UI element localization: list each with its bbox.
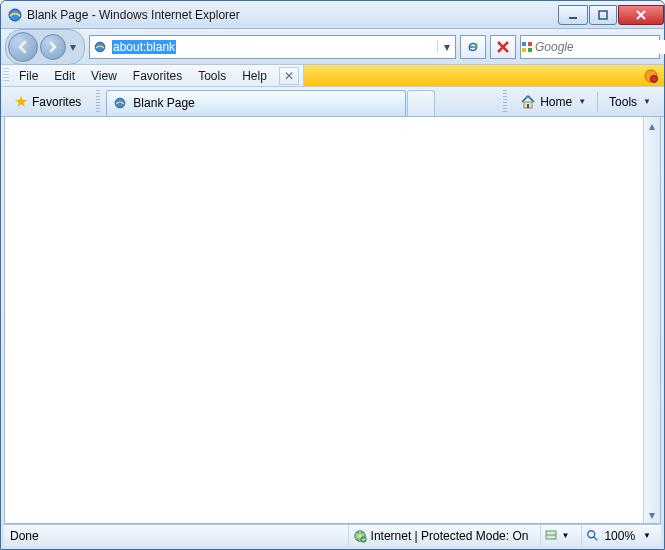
scroll-up-button[interactable]: ▴ (644, 117, 660, 134)
svg-rect-7 (528, 48, 532, 52)
scroll-down-button[interactable]: ▾ (644, 506, 660, 523)
address-bar[interactable]: about:blank ▾ (89, 35, 456, 59)
menu-favorites[interactable]: Favorites (125, 65, 190, 86)
chevron-down-icon: ▼ (561, 531, 569, 540)
menubar-grip[interactable] (3, 68, 9, 83)
close-toolbar-button[interactable]: ✕ (279, 67, 299, 85)
navigation-bar: ▾ about:blank ▾ ▾ (1, 29, 664, 65)
menu-edit[interactable]: Edit (46, 65, 83, 86)
menu-view[interactable]: View (83, 65, 125, 86)
alert-icon (644, 69, 658, 83)
globe-icon (353, 529, 367, 543)
menu-file[interactable]: File (11, 65, 46, 86)
svg-rect-4 (522, 42, 526, 46)
status-bar: Done Internet | Protected Mode: On ▼ 100… (4, 524, 661, 546)
back-button[interactable] (8, 32, 38, 62)
zone-text: Internet | Protected Mode: On (371, 529, 529, 543)
page-viewport[interactable] (5, 117, 643, 523)
window-frame: Blank Page - Windows Internet Explorer ▾… (0, 0, 665, 550)
window-title: Blank Page - Windows Internet Explorer (27, 8, 558, 22)
search-box[interactable]: ▾ (520, 35, 660, 59)
ie-icon (7, 7, 23, 23)
menu-tools[interactable]: Tools (190, 65, 234, 86)
separator (503, 90, 507, 114)
svg-rect-6 (522, 48, 526, 52)
refresh-button[interactable] (460, 35, 486, 59)
zoom-level: 100% (604, 529, 635, 543)
search-input[interactable] (533, 40, 665, 54)
nav-back-forward-group: ▾ (5, 29, 85, 65)
home-label: Home (540, 95, 572, 109)
address-dropdown[interactable]: ▾ (437, 40, 455, 54)
status-text: Done (10, 529, 39, 543)
tab-active[interactable]: Blank Page (106, 90, 406, 116)
svg-point-17 (588, 530, 595, 537)
chevron-down-icon: ▼ (578, 97, 586, 106)
svg-rect-5 (528, 42, 532, 46)
content-area: ▴ ▾ (4, 117, 661, 524)
favorites-label: Favorites (32, 95, 81, 109)
security-zone[interactable]: Internet | Protected Mode: On (348, 525, 533, 546)
favorites-button[interactable]: ★ Favorites (5, 90, 90, 114)
titlebar[interactable]: Blank Page - Windows Internet Explorer (1, 1, 664, 29)
tools-button[interactable]: Tools ▼ (602, 90, 658, 114)
forward-button[interactable] (40, 34, 66, 60)
home-button[interactable]: Home ▼ (513, 90, 593, 114)
stop-button[interactable] (490, 35, 516, 59)
minimize-button[interactable] (558, 5, 588, 25)
home-icon (520, 94, 536, 110)
ie-icon (113, 96, 127, 110)
zoom-control[interactable]: 100% ▼ (581, 525, 655, 546)
svg-rect-2 (599, 11, 607, 19)
separator (597, 92, 598, 112)
svg-point-10 (651, 75, 658, 82)
tools-label: Tools (609, 95, 637, 109)
close-button[interactable] (618, 5, 664, 25)
google-icon (521, 41, 533, 53)
zoom-icon (586, 529, 600, 543)
vertical-scrollbar[interactable]: ▴ ▾ (643, 117, 660, 523)
command-bar: ★ Favorites Blank Page Home ▼ Tools (1, 87, 664, 117)
popup-blocker-status[interactable]: ▼ (540, 525, 573, 546)
notification-bar[interactable] (303, 65, 664, 86)
svg-rect-1 (569, 17, 577, 19)
scroll-track[interactable] (644, 134, 660, 506)
maximize-button[interactable] (589, 5, 617, 25)
menu-bar: File Edit View Favorites Tools Help ✕ (1, 65, 664, 87)
page-icon (90, 40, 110, 54)
address-input[interactable]: about:blank (110, 40, 437, 54)
new-tab-button[interactable] (407, 90, 435, 116)
chevron-down-icon: ▼ (643, 531, 651, 540)
chevron-down-icon: ▼ (643, 97, 651, 106)
star-icon: ★ (14, 92, 28, 111)
shield-icon (545, 530, 557, 542)
tab-title: Blank Page (133, 96, 194, 110)
svg-rect-13 (527, 104, 529, 108)
recent-pages-dropdown[interactable]: ▾ (68, 40, 78, 54)
menu-help[interactable]: Help (234, 65, 275, 86)
separator (96, 90, 100, 114)
